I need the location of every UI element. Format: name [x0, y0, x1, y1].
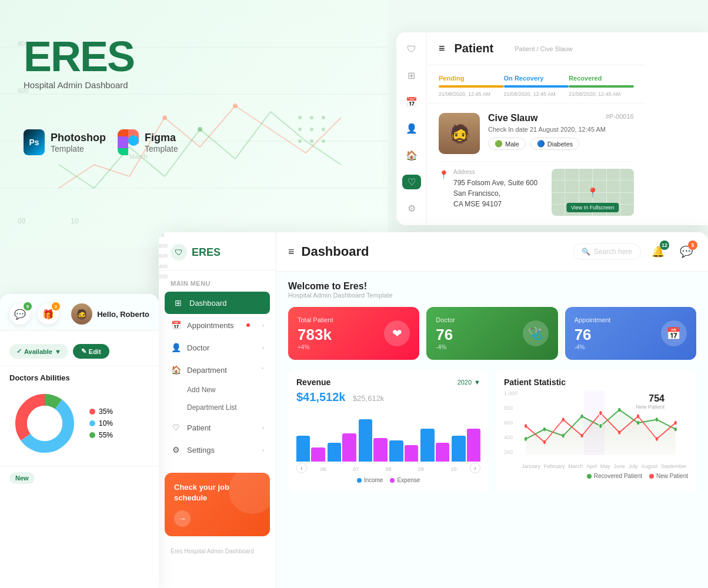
dash-logo-text: ERES — [192, 246, 221, 259]
revenue-period-selector[interactable]: 2020 ▼ — [457, 379, 480, 386]
svg-point-32 — [637, 421, 639, 425]
stats-row: Total Patient 783k +4% ❤ Doctor 76 -4% 🩺 — [288, 307, 696, 360]
svg-point-41 — [637, 415, 639, 419]
menu-item-department[interactable]: 🏠 Department ˅ — [159, 359, 276, 381]
svg-point-37 — [562, 417, 565, 422]
home-icon[interactable]: 🏠 — [402, 148, 421, 163]
calendar-icon[interactable]: 📅 — [402, 95, 421, 109]
doctor-card: ✓ Available ▼ ✎ Edit — [0, 331, 159, 366]
bar-group-6 — [452, 429, 480, 462]
address-text: 795 Folsom Ave, Suite 600San Francisco,C… — [453, 178, 545, 209]
sidebar-footer: Eres Hospital Admin Dashboard — [159, 542, 276, 554]
heart-icon-active[interactable]: ♡ — [402, 175, 421, 189]
stat-stethoscope-icon: 🩺 — [523, 320, 549, 346]
donut-section: Doctors Abilities 35% — [0, 366, 159, 466]
stat-appointment-label: Appointment — [575, 316, 611, 323]
promo-decoration — [229, 473, 270, 514]
figma-text: Figma Template — [145, 132, 178, 153]
gift-badge: 2 — [52, 302, 60, 310]
svg-point-18 — [322, 139, 325, 143]
photoshop-text: Photoshop Template — [51, 132, 106, 153]
line-chart-area: 754 New Patient 1,000800600400200 — [504, 390, 688, 461]
appointments-icon: 📅 — [171, 320, 181, 330]
user-greeting: Hello, Roberto — [97, 310, 149, 319]
grid-icon[interactable]: ⊞ — [402, 68, 421, 83]
svg-point-12 — [322, 116, 325, 119]
stat-doctor-label: Doctor — [436, 316, 455, 323]
check-icon: ✓ — [16, 348, 22, 355]
figma-icon — [118, 129, 139, 155]
menu-item-settings[interactable]: ⚙ Settings › — [159, 439, 276, 461]
svg-point-15 — [322, 128, 325, 131]
menu-item-dashboard[interactable]: ⊞ Dashboard — [165, 292, 270, 314]
map-preview: 📍 View In Fullscreen — [552, 169, 634, 216]
search-icon: 🔍 — [582, 248, 590, 256]
new-badge: New — [9, 472, 35, 484]
chat-notif-btn[interactable]: 💬 5 — [9, 303, 31, 325]
doctor-arrow: › — [262, 345, 264, 351]
svg-point-39 — [599, 410, 603, 416]
donut-green-label: 55% — [99, 431, 113, 439]
message-badge: 5 — [688, 240, 697, 250]
bar-expense-3 — [373, 438, 387, 462]
figma-badge: Figma Template — [118, 129, 178, 155]
submenu-add-new[interactable]: Add New — [159, 381, 276, 399]
svg-point-14 — [310, 128, 313, 131]
patient-panel: 🛡 ⊞ 📅 👤 🏠 ♡ ⚙ ≡ Patient Patient / Cive S… — [396, 32, 708, 225]
menu-item-patient[interactable]: ♡ Patient › — [159, 416, 276, 439]
svg-point-17 — [310, 139, 313, 143]
header-search[interactable]: 🔍 Search here — [573, 243, 641, 260]
donut-container: 35% 10% 55% — [9, 388, 149, 459]
hamburger-icon[interactable]: ≡ — [439, 42, 445, 55]
menu-item-doctor[interactable]: 👤 Doctor › — [159, 336, 276, 359]
stat-appointment-value: 76 — [575, 326, 611, 344]
bar-income-3 — [359, 419, 372, 462]
promo-card[interactable]: Check your job schedule → — [165, 473, 270, 536]
stat-appointment: Appointment 76 -4% 📅 — [565, 307, 696, 360]
patient-breadcrumb: Patient / Cive Slauw — [515, 45, 572, 52]
donut-green-dot — [89, 432, 95, 438]
search-placeholder: Search here — [594, 248, 632, 256]
menu-item-appointments[interactable]: 📅 Appointments › — [159, 314, 276, 336]
address-info: Address 795 Folsom Ave, Suite 600San Fra… — [453, 169, 545, 209]
bar-income-2 — [328, 443, 341, 462]
submenu-department-list[interactable]: Department List — [159, 399, 276, 416]
main-dashboard: 🛡 ERES Main Menu ⊞ Dashboard 📅 Appointme… — [159, 232, 708, 588]
message-btn[interactable]: 💬 5 — [676, 242, 696, 262]
settings-arrow: › — [262, 447, 264, 453]
dash-content: Welcome to Eres! Hospital Admin Dashboar… — [276, 272, 708, 588]
svg-point-7 — [162, 115, 167, 120]
available-btn[interactable]: ✓ Available ▼ — [9, 344, 68, 359]
address-section: 📍 Address 795 Folsom Ave, Suite 600San F… — [439, 161, 634, 216]
bar-income-6 — [452, 436, 465, 462]
expense-dot — [390, 478, 395, 483]
svg-point-11 — [310, 116, 313, 119]
patient-tags: 🟢 Male 🔵 Diabetes — [488, 138, 634, 150]
revenue-sub-amount: $25,612k — [353, 394, 385, 403]
notification-row: 💬 5 🎁 2 — [9, 303, 59, 325]
donut-blue-label: 10% — [99, 419, 113, 427]
notification-btn[interactable]: 🔔 12 — [648, 242, 668, 262]
user-icon[interactable]: 👤 — [402, 121, 421, 136]
dash-header: ≡ Dashboard 🔍 Search here 🔔 12 💬 5 — [276, 232, 708, 272]
edit-btn[interactable]: ✎ Edit — [73, 344, 109, 359]
svg-text:10: 10 — [71, 217, 79, 225]
chart-prev-btn[interactable]: ‹ — [296, 463, 307, 473]
menu-label-appointments: Appointments — [187, 321, 234, 330]
map-fullscreen-btn[interactable]: View In Fullscreen — [566, 203, 619, 212]
hamburger-btn[interactable]: ≡ — [288, 246, 295, 258]
promo-arrow: → — [174, 510, 191, 527]
appointments-dot — [246, 323, 250, 327]
gift-notif-btn[interactable]: 🎁 2 — [38, 303, 59, 325]
gender-tag: 🟢 Male — [488, 138, 526, 150]
shield-icon[interactable]: 🛡 — [402, 42, 421, 56]
patient-card: 🧔 Cive Slauw Check In date 21 August 202… — [427, 103, 646, 225]
bar-group-4 — [389, 440, 418, 462]
dash-logo-icon: 🛡 — [171, 244, 187, 260]
patient-avatar: 🧔 — [439, 113, 480, 154]
available-dropdown-icon: ▼ — [55, 348, 61, 355]
settings-icon[interactable]: ⚙ — [402, 201, 421, 216]
donut-red-item: 35% — [89, 407, 113, 416]
chart-next-btn[interactable]: › — [470, 463, 480, 473]
patient-sidebar: 🛡 ⊞ 📅 👤 🏠 ♡ ⚙ — [396, 32, 427, 225]
